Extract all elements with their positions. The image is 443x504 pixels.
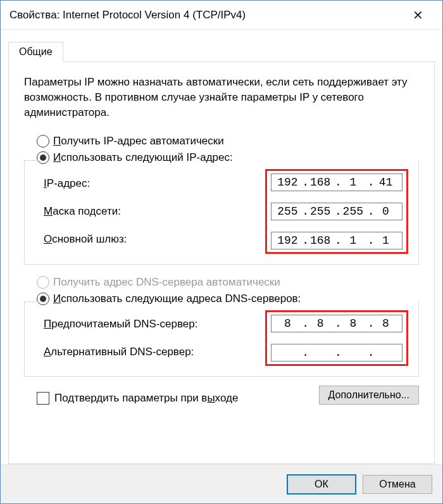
- close-button[interactable]: ✕: [402, 8, 434, 23]
- window-title: Свойства: Internet Protocol Version 4 (T…: [9, 9, 402, 22]
- radio-ip-auto[interactable]: [37, 135, 49, 148]
- alternate-dns-input[interactable]: . . .: [271, 344, 402, 362]
- gateway-input[interactable]: 192. 168. 1. 1: [271, 232, 402, 249]
- dialog-footer: ОК Отмена: [1, 464, 442, 503]
- tab-panel-general: Параметры IP можно назначать автоматичес…: [8, 61, 435, 464]
- dns-manual-group: Предпочитаемый DNS-сервер: Альтернативны…: [24, 301, 419, 377]
- properties-dialog: Свойства: Internet Protocol Version 4 (T…: [0, 0, 443, 504]
- intro-text: Параметры IP можно назначать автоматичес…: [24, 75, 419, 120]
- radio-ip-auto-row[interactable]: Получить IP-адрес автоматически: [37, 135, 419, 148]
- preferred-dns-label: Предпочитаемый DNS-сервер:: [44, 318, 261, 331]
- ip-address-label: IP-адрес:: [44, 177, 261, 190]
- title-bar: Свойства: Internet Protocol Version 4 (T…: [1, 1, 442, 30]
- dns-fields-highlight: 8. 8. 8. 8 . . .: [265, 310, 408, 366]
- tab-strip: Общие: [1, 30, 442, 61]
- tab-general[interactable]: Общие: [8, 42, 63, 62]
- ip-address-input[interactable]: 192. 168. 1. 41: [271, 173, 402, 191]
- radio-dns-auto-row: Получить адрес DNS-сервера автоматически: [37, 276, 419, 289]
- radio-dns-auto: [37, 276, 49, 289]
- subnet-mask-input[interactable]: 255. 255. 255. 0: [271, 203, 402, 220]
- alternate-dns-label: Альтернативный DNS-сервер:: [44, 346, 261, 358]
- ip-fields-highlight: 192. 168. 1. 41 255. 255. 255. 0 192. 16…: [265, 169, 408, 254]
- preferred-dns-input[interactable]: 8. 8. 8. 8: [271, 315, 402, 332]
- radio-ip-auto-label: Получить IP-адрес автоматически: [53, 135, 224, 148]
- validate-on-exit-label: Подтвердить параметры при выходе: [54, 392, 238, 405]
- radio-dns-auto-label: Получить адрес DNS-сервера автоматически: [53, 276, 280, 289]
- gateway-label: Основной шлюз:: [44, 233, 261, 246]
- ip-manual-group: IP-адрес: Маска подсети: Основной шлюз: …: [24, 160, 419, 265]
- subnet-mask-label: Маска подсети:: [44, 205, 261, 218]
- advanced-button[interactable]: Дополнительно...: [319, 386, 420, 405]
- cancel-button[interactable]: Отмена: [363, 475, 432, 494]
- validate-on-exit-checkbox[interactable]: [37, 392, 49, 405]
- ok-button[interactable]: ОК: [287, 474, 356, 495]
